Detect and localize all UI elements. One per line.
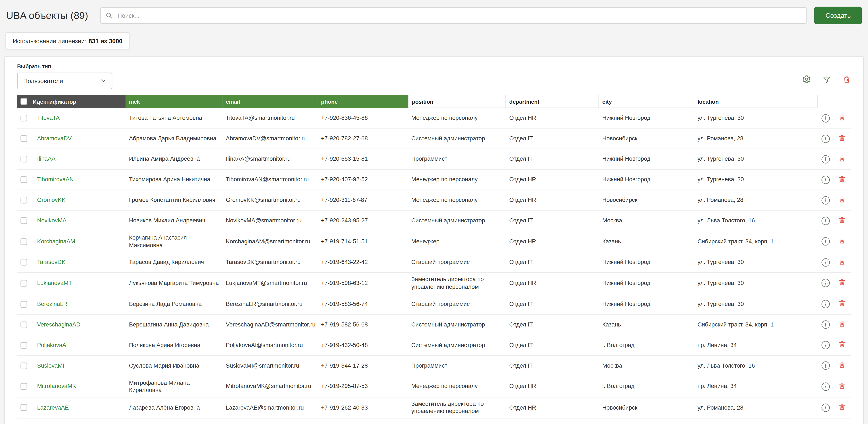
table-row: NovikovMA Новиков Михаил Андреевич Novik…: [17, 211, 851, 231]
trash-icon: [838, 195, 846, 205]
row-checkbox[interactable]: [21, 404, 27, 411]
cell-city: Нижний Новгород: [599, 153, 694, 166]
cell-identifier: KorchaginaAM: [34, 235, 126, 248]
cell-department: Отдел IT: [506, 214, 599, 227]
delete-row-button[interactable]: [838, 403, 846, 412]
row-checkbox[interactable]: [21, 238, 27, 245]
delete-row-button[interactable]: [838, 237, 846, 246]
user-id-link[interactable]: KorchaginaAM: [37, 238, 75, 244]
delete-row-button[interactable]: [838, 175, 846, 184]
row-checkbox[interactable]: [21, 156, 27, 162]
info-icon[interactable]: i: [821, 237, 830, 246]
header-info-spacer: [817, 95, 833, 108]
row-checkbox[interactable]: [21, 383, 27, 390]
delete-row-button[interactable]: [838, 258, 846, 267]
user-id-link[interactable]: LukjanovaMT: [37, 279, 72, 286]
info-icon[interactable]: i: [821, 300, 830, 308]
row-checkbox[interactable]: [21, 176, 27, 183]
row-checkbox[interactable]: [21, 135, 27, 142]
info-icon[interactable]: i: [821, 341, 830, 349]
search-input[interactable]: [100, 7, 807, 24]
delete-row-button[interactable]: [838, 134, 846, 143]
user-id-link[interactable]: BerezinaLR: [37, 301, 67, 307]
info-icon[interactable]: i: [821, 279, 830, 287]
cell-phone: +7-920-407-92-52: [318, 173, 408, 186]
user-id-link[interactable]: AbramovaDV: [37, 135, 71, 141]
info-icon[interactable]: i: [821, 114, 830, 122]
delete-row-button[interactable]: [838, 340, 846, 350]
header-identifier: Идентификатор: [17, 95, 126, 108]
filter-button[interactable]: [823, 75, 831, 85]
row-checkbox[interactable]: [21, 217, 27, 224]
delete-row-button[interactable]: [838, 299, 846, 309]
table-header: Идентификатор nick email phone position …: [17, 95, 851, 108]
cell-email: AbramovaDV@smartmonitor.ru: [222, 132, 318, 145]
cell-department: Отдел IT: [506, 298, 599, 311]
row-checkbox[interactable]: [21, 362, 27, 369]
delete-row-button[interactable]: [838, 320, 846, 329]
table-row: SuslovaMI Суслова Мария Ивановна Suslova…: [17, 356, 851, 376]
cell-location: ул. Тургенева, 30: [694, 277, 817, 290]
select-all-checkbox[interactable]: [21, 98, 27, 105]
info-icon[interactable]: i: [821, 382, 830, 391]
row-checkbox[interactable]: [21, 321, 27, 328]
cell-location: ул. Романова, 28: [694, 194, 817, 207]
cell-email: SuslovaMI@smartmonitor.ru: [222, 359, 318, 372]
info-icon[interactable]: i: [821, 258, 830, 266]
delete-row-button[interactable]: [838, 113, 846, 123]
row-checkbox[interactable]: [21, 259, 27, 266]
type-select[interactable]: Пользователи: [17, 73, 113, 89]
cell-department: Отдел IT: [506, 359, 599, 372]
info-icon[interactable]: i: [821, 196, 830, 204]
delete-row-button[interactable]: [838, 279, 846, 288]
cell-location: ул. Тургенева, 30: [694, 173, 817, 186]
user-id-link[interactable]: IlinaAA: [37, 156, 56, 162]
table-row: PoljakovaAI Полякова Арина Игоревна Polj…: [17, 335, 851, 356]
cell-position: Менеджер по персоналу: [408, 194, 506, 207]
cell-department: Отдел HR: [506, 112, 599, 125]
delete-row-button[interactable]: [838, 382, 846, 391]
user-id-link[interactable]: SuslovaMI: [37, 362, 64, 368]
row-checkbox[interactable]: [21, 197, 27, 203]
cell-email: TarasovDK@smartmonitor.ru: [222, 256, 318, 269]
cell-phone: +7-919-643-22-42: [318, 256, 408, 269]
chevron-down-icon: [100, 77, 106, 85]
user-id-link[interactable]: TarasovDK: [37, 259, 65, 265]
cell-email: GromovKK@smartmonitor.ru: [222, 194, 318, 207]
row-delete-cell: [833, 237, 851, 246]
settings-button[interactable]: [802, 75, 811, 85]
info-icon[interactable]: i: [821, 362, 830, 370]
info-icon[interactable]: i: [821, 134, 830, 143]
cell-department: Отдел IT: [506, 318, 599, 331]
row-checkbox[interactable]: [21, 115, 27, 121]
cell-city: Нижний Новгород: [599, 256, 694, 269]
delete-row-button[interactable]: [838, 216, 846, 225]
create-button[interactable]: Создать: [814, 6, 862, 24]
info-icon[interactable]: i: [821, 320, 830, 329]
cell-identifier: LazarevaAE: [34, 401, 126, 414]
delete-row-button[interactable]: [838, 195, 846, 205]
cell-city: Новосибирск: [599, 401, 694, 414]
delete-row-button[interactable]: [838, 361, 846, 370]
user-id-link[interactable]: NovikovMA: [37, 217, 66, 223]
user-id-link[interactable]: VereschaginaAD: [37, 321, 81, 327]
row-checkbox[interactable]: [21, 342, 27, 348]
info-icon[interactable]: i: [821, 404, 830, 412]
row-checkbox[interactable]: [21, 280, 27, 286]
cell-position: Менеджер по персоналу: [408, 380, 506, 393]
user-id-link[interactable]: TihomirovaAN: [37, 176, 74, 182]
user-id-link[interactable]: TitovaTA: [37, 114, 60, 121]
delete-selected-button[interactable]: [843, 75, 851, 85]
search-icon: [105, 12, 113, 20]
user-id-link[interactable]: PoljakovaAI: [37, 341, 68, 348]
user-id-link[interactable]: MitrofanovaMK: [37, 383, 76, 389]
row-checkbox[interactable]: [21, 301, 27, 307]
delete-row-button[interactable]: [838, 154, 846, 164]
user-id-link[interactable]: GromovKK: [37, 196, 65, 203]
user-id-link[interactable]: LazarevaAE: [37, 404, 69, 411]
info-icon[interactable]: i: [821, 155, 830, 163]
info-icon[interactable]: i: [821, 175, 830, 184]
trash-icon: [838, 340, 846, 350]
row-info-cell: i: [817, 237, 833, 246]
info-icon[interactable]: i: [821, 217, 830, 225]
